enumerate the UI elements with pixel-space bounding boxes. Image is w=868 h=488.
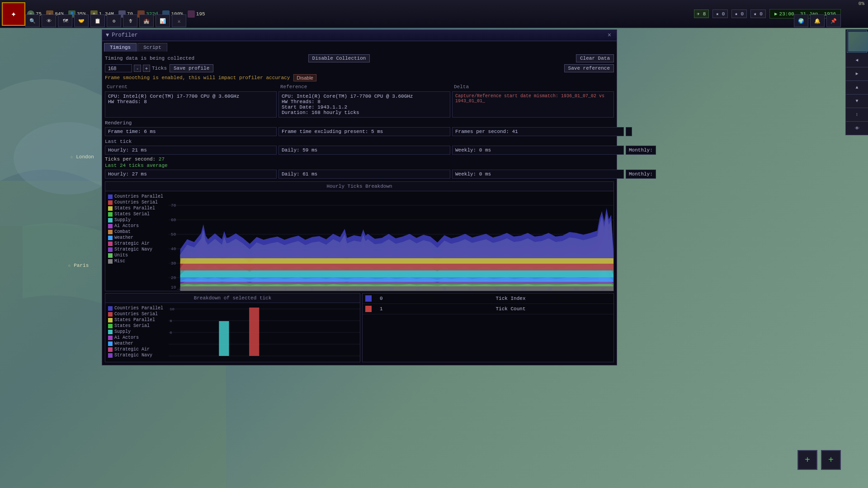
- current-header: Current: [105, 83, 277, 90]
- delta-cell: Capture/Reference start date mismatch: 1…: [452, 91, 614, 118]
- reference-hw-threads: HW Threads: 8: [282, 99, 447, 104]
- reference-cpu-text: CPU: Intel(R) Core(TM) i7-7700 CPU @ 3.6…: [282, 94, 447, 99]
- tab-timings[interactable]: Timings: [104, 43, 137, 52]
- frame-time-excl-cell: Frame time excluding present: 5 ms: [278, 127, 450, 136]
- minimap[interactable]: [848, 32, 868, 52]
- ticks-number-input[interactable]: [105, 64, 132, 72]
- toolbar-btn-2[interactable]: 👁: [42, 14, 56, 27]
- control-row-2: - + Ticks Save profile Save reference: [105, 64, 614, 72]
- frame-smooth-disable-button[interactable]: Disable: [293, 74, 316, 81]
- last-tick-monthly: Monthly:: [626, 146, 656, 155]
- svg-text:30: 30: [442, 287, 447, 291]
- legend-color-states-parallel: [108, 206, 113, 211]
- legend-color-countries-serial: [108, 200, 113, 205]
- ticks-plus-button[interactable]: +: [143, 65, 150, 72]
- profiler-close-button[interactable]: ×: [606, 32, 613, 39]
- stats-headers: Current Reference Delta: [105, 83, 614, 90]
- svg-text:20: 20: [171, 275, 176, 280]
- right-panel-btn-2[interactable]: ►: [846, 67, 868, 81]
- bd-label-countries-parallel: Countries Parallel: [114, 306, 163, 311]
- reference-cpu-cell: CPU: Intel(R) Core(TM) i7-7700 CPU @ 3.6…: [278, 91, 450, 118]
- rendering-label: Rendering: [105, 120, 614, 126]
- right-panel-btn-4[interactable]: ▼: [846, 95, 868, 108]
- legend-color-combat: [108, 230, 113, 234]
- disable-collection-button[interactable]: Disable Collection: [308, 54, 370, 62]
- tab-script[interactable]: Script: [137, 43, 167, 52]
- legend-label-states-serial: States Serial: [114, 212, 150, 217]
- current-hw-threads: HW Threads: 8: [108, 99, 274, 104]
- legend-color-states-serial: [108, 212, 113, 217]
- right-panel-btn-1[interactable]: ◄: [846, 54, 868, 67]
- legend-color-supply: [108, 218, 113, 223]
- stats-data-row: CPU: Intel(R) Core(TM) i7-7700 CPU @ 3.6…: [105, 91, 614, 118]
- right-toolbar-btn-3[interactable]: 📌: [826, 14, 841, 27]
- svg-text:30: 30: [171, 261, 176, 266]
- toolbar-btn-7[interactable]: 🗡: [123, 14, 137, 27]
- ticks-minus-button[interactable]: -: [134, 65, 141, 72]
- add-unit-btn-2[interactable]: +: [821, 450, 841, 470]
- tick-color-0: [365, 295, 372, 302]
- current-cpu-cell: CPU: Intel(R) Core(TM) i7-7700 CPU @ 3.6…: [105, 91, 277, 118]
- svg-text:40: 40: [171, 246, 176, 251]
- bd-legend-strategic-air: Strategic Air: [108, 347, 166, 352]
- warning-row: Frame smoothing is enabled, this will im…: [105, 74, 614, 81]
- legend-countries-serial: Countries Serial: [108, 200, 166, 205]
- legend-countries-parallel: Countries Parallel: [108, 194, 166, 199]
- hourly-chart-svg: 70 60 50 40 30 20 10: [169, 191, 613, 291]
- chart-legend: Countries Parallel Countries Serial Stat…: [105, 191, 169, 291]
- svg-text:10: 10: [170, 307, 175, 311]
- nation-flag[interactable]: ✦: [2, 2, 25, 26]
- svg-text:50: 50: [548, 287, 552, 291]
- legend-color-units: [108, 253, 113, 258]
- legend-strategic-air: Strategic Air: [108, 241, 166, 246]
- bd-color-countries-serial: [108, 312, 113, 317]
- last-tick-weekly: Weekly: 0 ms: [452, 146, 624, 155]
- avg-daily: Daily: 61 ms: [278, 170, 450, 179]
- bd-label-countries-serial: Countries Serial: [114, 312, 158, 317]
- toolbar-btn-8[interactable]: 🏰: [139, 14, 154, 27]
- right-panel-btn-5[interactable]: ↕: [846, 108, 868, 122]
- right-panel-btn-3[interactable]: ▲: [846, 81, 868, 95]
- legend-label-countries-serial: Countries Serial: [114, 200, 158, 205]
- bd-legend-countries-serial: Countries Serial: [108, 312, 166, 317]
- bd-label-ai-actors: Ai Actors: [114, 335, 139, 340]
- bd-label-strategic-navy: Strategic Navy: [114, 353, 152, 358]
- legend-label-supply: Supply: [114, 218, 131, 223]
- tick-info-row-1: 1 Tick Count: [363, 304, 613, 314]
- breakdown-bars: 10 8 6: [169, 303, 360, 362]
- toolbar: 🔍 👁 🗺 🤝 📋 ⚙ 🗡 🏰 📊 ⚔ 🌍 🔔 📌: [25, 14, 841, 28]
- clear-data-button[interactable]: Clear Data: [576, 54, 614, 62]
- hourly-chart-title: Hourly Ticks Breakdown: [105, 182, 613, 191]
- svg-text:35: 35: [468, 287, 473, 291]
- toolbar-btn-3[interactable]: 🗺: [58, 14, 72, 27]
- toolbar-btn-10[interactable]: ⚔: [172, 14, 186, 27]
- bd-color-weather: [108, 341, 113, 346]
- toolbar-btn-5[interactable]: 📋: [90, 14, 105, 27]
- toolbar-btn-9[interactable]: 📊: [156, 14, 170, 27]
- ticks-per-second-label: Ticks per second:: [105, 156, 156, 162]
- legend-color-misc: [108, 259, 113, 264]
- svg-text:-10: -10: [230, 287, 236, 291]
- svg-text:55: 55: [574, 287, 579, 291]
- right-toolbar-btn-1[interactable]: 🌍: [794, 14, 808, 27]
- toolbar-btn-6[interactable]: ⚙: [107, 14, 121, 27]
- legend-label-countries-parallel: Countries Parallel: [114, 194, 163, 199]
- toolbar-btn-4[interactable]: 🤝: [74, 14, 89, 27]
- add-unit-btn-1[interactable]: +: [797, 450, 817, 470]
- svg-text:-15: -15: [203, 287, 210, 291]
- save-reference-button[interactable]: Save reference: [564, 64, 614, 72]
- bd-legend-ai-actors: Ai Actors: [108, 335, 166, 340]
- right-toolbar-btn-2[interactable]: 🔔: [810, 14, 825, 27]
- right-panel-btn-6[interactable]: 👁: [846, 122, 868, 135]
- svg-text:70: 70: [171, 203, 176, 208]
- toolbar-btn-1[interactable]: 🔍: [25, 14, 40, 27]
- profiler-title-text: Profiler: [112, 32, 138, 38]
- bd-color-strategic-navy: [108, 353, 113, 358]
- reference-header: Reference: [278, 83, 450, 90]
- svg-rect-43: [219, 321, 229, 356]
- legend-label-combat: Combat: [114, 229, 131, 234]
- profiler-window: ▼ Profiler × Timings Script Timing data …: [102, 29, 617, 365]
- save-profile-button[interactable]: Save profile: [170, 64, 213, 72]
- legend-supply: Supply: [108, 218, 166, 223]
- bd-label-weather: Weather: [114, 341, 133, 346]
